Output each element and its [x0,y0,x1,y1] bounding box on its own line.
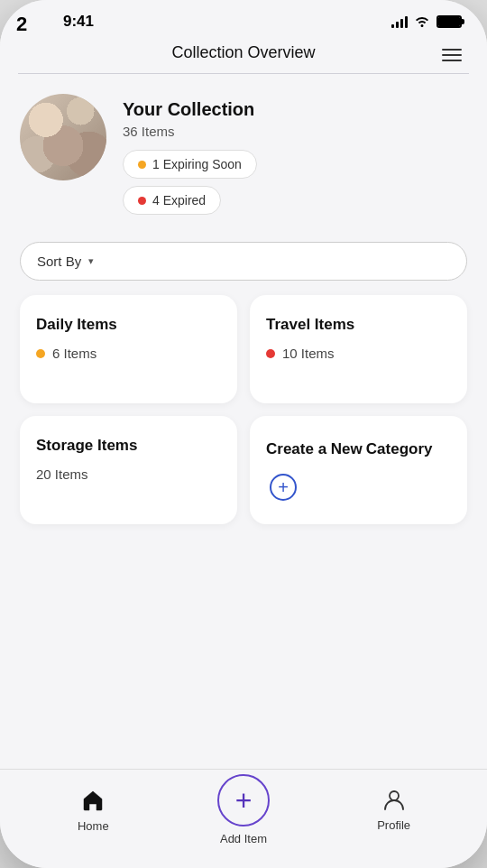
add-item-label: Add Item [220,832,267,845]
wifi-icon [414,14,430,30]
collection-count: 36 Items [123,124,467,139]
expired-badge[interactable]: 4 Expired [123,186,221,215]
expired-dot [138,197,146,205]
daily-dot [36,349,45,358]
svg-point-0 [390,791,399,800]
profile-icon [381,788,407,813]
chevron-down-icon: ▾ [88,255,94,267]
status-icons [391,14,462,30]
avatar [20,94,106,180]
signal-icon [391,15,408,28]
travel-dot [266,349,275,358]
daily-items-count: 6 Items [36,346,221,361]
create-plus-icon: + [270,474,297,501]
menu-button[interactable] [438,45,465,65]
daily-items-title: Daily Items [36,315,221,335]
add-item-button[interactable]: + [217,774,270,826]
create-card-content: Create a New Category + [266,439,451,501]
storage-items-card[interactable]: Storage Items 20 Items [20,416,237,524]
sort-label: Sort By [37,254,81,269]
bottom-nav: Home + Add Item Profile [0,769,487,868]
header: Collection Overview [0,36,487,73]
travel-items-card[interactable]: Travel Items 10 Items [250,295,467,403]
main-content: Your Collection 36 Items 1 Expiring Soon… [0,74,487,762]
nav-profile[interactable]: Profile [363,788,426,832]
status-time: 9:41 [63,13,94,31]
profile-label: Profile [377,818,410,832]
storage-items-title: Storage Items [36,436,221,456]
status-bar: 9:41 [0,0,487,36]
sort-button[interactable]: Sort By ▾ [20,242,467,281]
create-new-line2: Category [366,439,433,459]
collection-card: Your Collection 36 Items 1 Expiring Soon… [20,74,467,238]
daily-items-card[interactable]: Daily Items 6 Items [20,295,237,403]
travel-items-title: Travel Items [266,315,451,335]
home-icon [79,787,106,814]
nav-home[interactable]: Home [61,787,124,833]
home-label: Home [78,819,109,833]
collection-name: Your Collection [123,99,467,120]
storage-items-count: 20 Items [36,466,221,482]
expiring-soon-label: 1 Expiring Soon [152,157,242,171]
expiring-dot [138,161,146,169]
travel-items-count: 10 Items [266,346,451,361]
create-new-category-card[interactable]: Create a New Category + [250,416,467,524]
create-new-line1: Create a New [266,439,363,459]
corner-number: 2 [16,13,27,36]
category-grid: Daily Items 6 Items Travel Items 10 Item… [20,295,467,542]
expiring-soon-badge[interactable]: 1 Expiring Soon [123,150,257,179]
nav-add-item[interactable]: + Add Item [212,774,275,845]
collection-info: Your Collection 36 Items 1 Expiring Soon… [123,94,467,222]
phone-frame: 2 9:41 Collection Overview [0,0,487,868]
sort-section: Sort By ▾ [20,242,467,281]
header-title: Collection Overview [171,43,315,62]
battery-icon [436,15,462,28]
expired-label: 4 Expired [152,193,206,208]
